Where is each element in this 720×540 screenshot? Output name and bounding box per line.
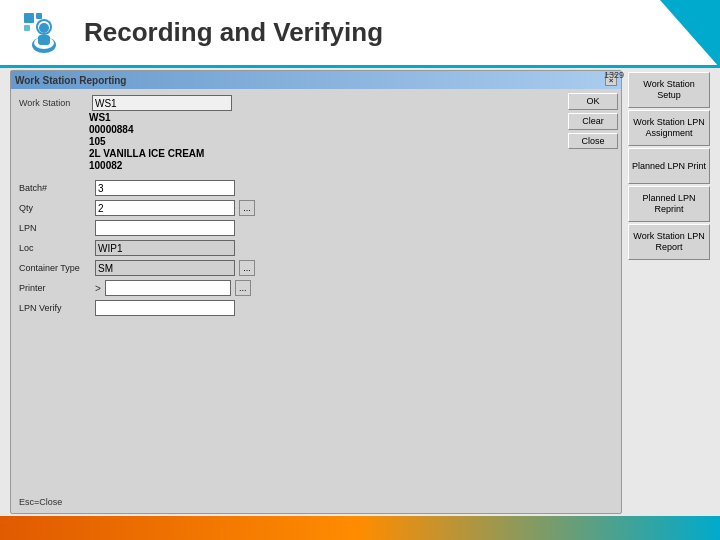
container-lookup-button[interactable]: ... <box>239 260 255 276</box>
lpn-verify-label: LPN Verify <box>19 303 91 313</box>
svg-point-8 <box>39 23 49 33</box>
container-row: Container Type ... <box>19 260 557 276</box>
lpn-verify-input[interactable] <box>95 300 235 316</box>
batch-row: Batch# <box>19 180 557 196</box>
page-title: Recording and Verifying <box>84 17 383 48</box>
lpn-row: LPN <box>19 220 557 236</box>
dialog-action-buttons: OK Clear Close <box>565 89 621 513</box>
esc-hint: Esc=Close <box>19 493 557 507</box>
workstation-setup-button[interactable]: Work Station Setup <box>628 72 710 108</box>
info-value-3: 105 <box>89 136 106 147</box>
workstation-label: Work Station <box>19 98 89 108</box>
form-fields: Batch# Qty ... LPN Loc <box>19 180 557 316</box>
dialog-form: Work Station WS1 00000884 105 <box>11 89 565 513</box>
main-content: Work Station Reporting × Work Station WS… <box>10 70 710 514</box>
workstation-lpn-report-button[interactable]: Work Station LPN Report <box>628 224 710 260</box>
planned-lpn-print-button[interactable]: Planned LPN Print <box>628 148 710 184</box>
printer-row: Printer > ... <box>19 280 557 296</box>
svg-rect-1 <box>24 13 34 23</box>
svg-rect-9 <box>38 35 50 45</box>
workstation-row: Work Station <box>19 95 557 111</box>
info-value-2: 00000884 <box>89 124 134 135</box>
info-value-5: 100082 <box>89 160 122 171</box>
container-label: Container Type <box>19 263 91 273</box>
qty-label: Qty <box>19 203 91 213</box>
close-button[interactable]: Close <box>568 133 618 150</box>
info-line-5: 100082 <box>19 160 557 171</box>
qty-row: Qty ... <box>19 200 557 216</box>
dialog-window: Work Station Reporting × Work Station WS… <box>10 70 622 514</box>
loc-input[interactable] <box>95 240 235 256</box>
lpn-label: LPN <box>19 223 91 233</box>
header: Recording and Verifying <box>0 0 720 68</box>
dialog-body: Work Station WS1 00000884 105 <box>11 89 621 513</box>
dialog-number: 1329 <box>604 70 624 80</box>
info-line-4: 2L VANILLA ICE CREAM <box>19 148 557 159</box>
side-panel: Work Station Setup Work Station LPN Assi… <box>628 70 710 514</box>
clear-button[interactable]: Clear <box>568 113 618 130</box>
qty-lookup-button[interactable]: ... <box>239 200 255 216</box>
ok-button[interactable]: OK <box>568 93 618 110</box>
info-section: WS1 00000884 105 2L VANILLA ICE CREAM <box>19 112 557 172</box>
lpn-input[interactable] <box>95 220 235 236</box>
batch-label: Batch# <box>19 183 91 193</box>
workstation-input[interactable] <box>92 95 232 111</box>
loc-label: Loc <box>19 243 91 253</box>
dialog-title: Work Station Reporting <box>15 75 126 86</box>
svg-rect-2 <box>36 13 42 19</box>
app-logo <box>20 9 68 57</box>
printer-prefix: > <box>95 283 101 294</box>
svg-rect-3 <box>24 25 30 31</box>
info-value-1: WS1 <box>89 112 111 123</box>
qty-input[interactable] <box>95 200 235 216</box>
printer-lookup-button[interactable]: ... <box>235 280 251 296</box>
planned-lpn-reprint-button[interactable]: Planned LPN Reprint <box>628 186 710 222</box>
loc-row: Loc <box>19 240 557 256</box>
workstation-lpn-assignment-button[interactable]: Work Station LPN Assignment <box>628 110 710 146</box>
container-input[interactable] <box>95 260 235 276</box>
batch-input[interactable] <box>95 180 235 196</box>
info-line-1: WS1 <box>19 112 557 123</box>
info-line-2: 00000884 <box>19 124 557 135</box>
printer-input[interactable] <box>105 280 231 296</box>
printer-label: Printer <box>19 283 91 293</box>
lpn-verify-row: LPN Verify <box>19 300 557 316</box>
bottom-bar <box>0 516 720 540</box>
info-line-3: 105 <box>19 136 557 147</box>
info-value-4: 2L VANILLA ICE CREAM <box>89 148 204 159</box>
dialog-titlebar: Work Station Reporting × <box>11 71 621 89</box>
